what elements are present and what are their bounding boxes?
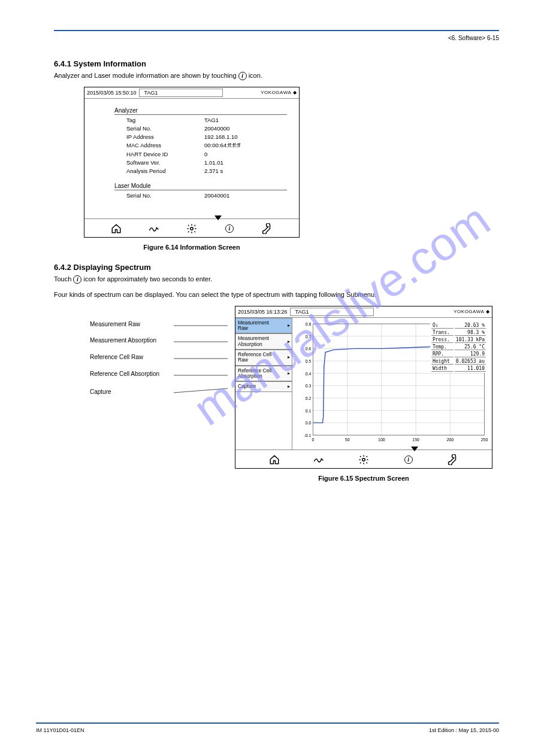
trend-icon[interactable] xyxy=(313,454,325,466)
info-value: 0 xyxy=(204,150,207,159)
info-value: 20040000 xyxy=(204,125,229,133)
section2-instruction: Touch i icon for approximately two secon… xyxy=(54,274,499,284)
callout-capture: Capture xyxy=(90,388,111,395)
brand-logo: YOKOGAWA ◆ xyxy=(261,90,297,95)
info-value: 1.01.01 xyxy=(204,159,223,167)
submenu-item[interactable]: MeasurementRaw▸ xyxy=(235,318,292,334)
svg-text:0.6: 0.6 xyxy=(306,347,312,351)
svg-text:0.5: 0.5 xyxy=(306,359,312,363)
footer-edition: 1st Edition : May 15, 2015-00 xyxy=(429,727,499,733)
section2-description: Four kinds of spectrum can be displayed.… xyxy=(54,290,499,300)
section2-text-b: icon for approximately two seconds to en… xyxy=(83,275,212,283)
svg-text:-0.1: -0.1 xyxy=(304,433,311,438)
status-bar: 2015/03/05 15:50:10 TAG1 YOKOGAWA ◆ xyxy=(84,87,299,99)
svg-point-0 xyxy=(191,227,194,230)
info-key: Tag xyxy=(126,116,204,125)
settings-icon[interactable] xyxy=(261,223,273,235)
info-key: Analysis Period xyxy=(126,167,204,175)
readout-value: 129.9 xyxy=(455,351,486,357)
info-row: HART Device ID0 xyxy=(126,150,287,159)
chevron-right-icon: ▸ xyxy=(288,339,290,344)
home-icon[interactable] xyxy=(110,223,122,235)
svg-text:0.2: 0.2 xyxy=(306,396,312,400)
readout-row: Temp.25.6 °C xyxy=(431,344,486,350)
svg-text:50: 50 xyxy=(345,438,350,442)
status-tag: TAG1 xyxy=(290,308,374,316)
chevron-right-icon: ▸ xyxy=(288,384,290,390)
info-row: Serial No.20040001 xyxy=(126,192,287,200)
status-bar: 2015/03/05 16:13:26 TAG1 YOKOGAWA ◆ xyxy=(235,306,492,318)
info-row: IP Address192.168.1.10 xyxy=(126,133,287,141)
brand-logo: YOKOGAWA ◆ xyxy=(454,309,489,314)
callout-measurement-raw: Measurement Raw xyxy=(90,321,140,327)
readout-key: Temp. xyxy=(431,344,454,350)
footer-docid: IM 11Y01D01-01EN xyxy=(36,727,84,733)
readout-value: 98.3 % xyxy=(455,330,486,336)
readout-row: O₂20.63 % xyxy=(431,323,486,329)
info-value: 192.168.1.10 xyxy=(204,133,237,141)
svg-text:0.8: 0.8 xyxy=(306,322,312,326)
status-tag: TAG1 xyxy=(139,89,223,97)
section1-text-a: Analyzer and Laser module information ar… xyxy=(54,72,238,79)
submenu-column: MeasurementRaw▸MeasurementAbsorption▸Ref… xyxy=(235,318,292,450)
readout-key: O₂ xyxy=(431,323,454,329)
home-icon[interactable] xyxy=(268,454,280,466)
info-key: Serial No. xyxy=(126,192,204,200)
figure1-caption: Figure 6.14 Information Screen xyxy=(84,244,300,251)
info-icon[interactable]: i xyxy=(223,223,235,235)
svg-text:250: 250 xyxy=(481,438,488,442)
svg-line-5 xyxy=(174,388,228,393)
svg-text:100: 100 xyxy=(378,438,385,442)
svg-text:0.1: 0.1 xyxy=(306,408,312,412)
info-group2-title: Laser Module xyxy=(114,183,287,190)
info-value: 2.371 s xyxy=(204,167,223,175)
section1-para: Analyzer and Laser module information ar… xyxy=(54,71,499,81)
chart-panel: -0.10.00.10.20.30.40.50.60.70.8050100150… xyxy=(292,318,492,450)
info-value: 00:00:64:ff:ff:ff xyxy=(204,141,240,150)
readout-row: Height0.02653 au xyxy=(431,359,486,365)
info-value: TAG1 xyxy=(204,116,219,125)
info-key: IP Address xyxy=(126,133,204,141)
readout-table: O₂20.63 %Trans.98.3 %Press.101.33 kPaTem… xyxy=(430,321,487,373)
info-group1-title: Analyzer xyxy=(114,107,287,115)
section2-text-a: Touch xyxy=(54,275,73,283)
submenu-item[interactable]: Capture▸ xyxy=(235,381,292,391)
info-row: MAC Address00:00:64:ff:ff:ff xyxy=(126,141,287,150)
readout-key: RPP. xyxy=(431,351,454,357)
info-icon[interactable]: i xyxy=(403,454,415,466)
info-row: Analysis Period2.371 s xyxy=(126,167,287,175)
callout-leader-lines xyxy=(90,306,228,450)
figure2-wrap: Measurement Raw Measurement Absorption R… xyxy=(90,306,499,469)
submenu-item[interactable]: MeasurementAbsorption▸ xyxy=(235,333,292,350)
alarm-icon[interactable] xyxy=(358,454,370,466)
callout-reference-raw: Reference Cell Raw xyxy=(90,354,143,360)
info-key: Serial No. xyxy=(126,125,204,133)
info-icon: i xyxy=(73,275,81,284)
info-icon: i xyxy=(238,72,247,80)
readout-value: 101.33 kPa xyxy=(455,337,486,343)
svg-point-39 xyxy=(362,458,365,461)
submenu-item[interactable]: Reference CellRaw▸ xyxy=(235,350,292,366)
readout-row: RPP.129.9 xyxy=(431,351,486,357)
trend-icon[interactable] xyxy=(148,223,160,235)
info-key: MAC Address xyxy=(126,141,204,150)
submenu-item[interactable]: Reference CellAbsorption▸ xyxy=(235,366,292,382)
svg-text:0.0: 0.0 xyxy=(306,421,312,425)
bottom-nav: i xyxy=(235,450,492,468)
readout-value: 11.010 xyxy=(455,366,486,372)
info-value: 20040001 xyxy=(204,192,229,200)
readout-value: 20.63 % xyxy=(455,323,486,329)
status-datetime: 2015/03/05 15:50:10 xyxy=(87,90,137,96)
readout-key: Width xyxy=(431,366,454,372)
callout-measurement-absorption: Measurement Absorption xyxy=(90,337,156,344)
chevron-right-icon: ▸ xyxy=(288,323,290,328)
info-key: HART Device ID xyxy=(126,150,204,159)
screenshot-info: 2015/03/05 15:50:10 TAG1 YOKOGAWA ◆ Anal… xyxy=(84,87,300,238)
selected-caret-icon xyxy=(411,447,418,451)
settings-icon[interactable] xyxy=(447,454,459,466)
info-body: Analyzer TagTAG1Serial No.20040000IP Add… xyxy=(84,99,299,218)
info-key: Software Ver. xyxy=(126,159,204,167)
alarm-icon[interactable] xyxy=(186,223,198,235)
selected-caret-icon xyxy=(214,215,222,220)
header-page-ref: <6. Software> 6-15 xyxy=(54,35,499,41)
